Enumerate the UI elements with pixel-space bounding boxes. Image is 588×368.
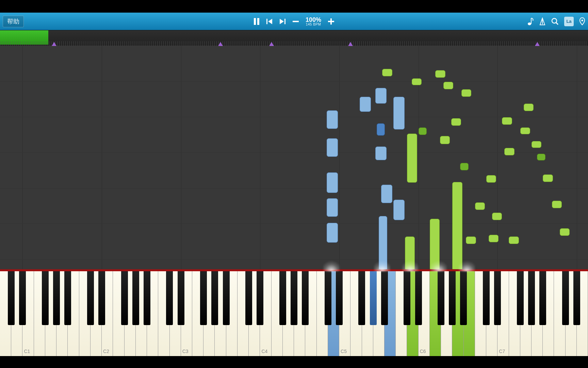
timeline-marker[interactable] [348, 42, 353, 46]
playback-controls: 100% 145 BPM [253, 17, 335, 26]
black-key[interactable] [53, 271, 60, 325]
note-fall-area [0, 46, 588, 270]
black-key[interactable] [528, 271, 535, 325]
black-key[interactable] [358, 271, 365, 325]
black-key[interactable] [336, 271, 343, 325]
falling-note [377, 123, 385, 136]
falling-note [560, 228, 570, 236]
key-label: C7 [499, 349, 505, 354]
note-icon[interactable] [527, 17, 534, 26]
prev-button[interactable] [266, 18, 273, 25]
black-key[interactable] [223, 271, 230, 325]
black-key[interactable] [8, 271, 15, 325]
black-key[interactable] [121, 271, 128, 325]
piano-keyboard[interactable]: C1C2C3C4C5C6C7 [0, 270, 588, 356]
bpm-label: 145 BPM [306, 23, 321, 26]
falling-note [520, 127, 530, 134]
black-key[interactable] [132, 271, 139, 325]
falling-note [360, 97, 371, 112]
black-key[interactable] [494, 271, 501, 325]
black-key[interactable] [404, 271, 410, 325]
falling-note [543, 174, 553, 182]
falling-note [532, 141, 542, 148]
toolbar: 帮助 100% 145 BPM [0, 13, 588, 30]
timeline-marker[interactable] [52, 42, 56, 46]
black-key[interactable] [438, 271, 444, 325]
svg-marker-4 [280, 19, 284, 24]
falling-note [327, 198, 338, 217]
falling-note [475, 202, 485, 210]
timeline-marker[interactable] [535, 42, 540, 46]
black-key[interactable] [279, 271, 286, 325]
black-key[interactable] [483, 271, 490, 325]
falling-note [443, 82, 454, 89]
black-keys [0, 271, 588, 325]
hit-spark [459, 258, 475, 271]
black-key[interactable] [370, 271, 377, 325]
timeline[interactable] [0, 30, 588, 46]
speed-display[interactable]: 100% 145 BPM [306, 17, 321, 26]
timeline-marker[interactable] [218, 42, 223, 46]
timeline-marker[interactable] [269, 42, 274, 46]
hit-spark [402, 258, 419, 271]
falling-note [327, 223, 338, 243]
falling-note [452, 182, 462, 271]
falling-note [393, 200, 405, 220]
falling-note [489, 235, 499, 242]
black-key[interactable] [257, 271, 263, 325]
falling-note [492, 213, 502, 220]
svg-rect-2 [266, 19, 267, 24]
black-key[interactable] [245, 271, 252, 325]
black-key[interactable] [325, 271, 331, 325]
black-key[interactable] [87, 271, 94, 325]
falling-note [552, 201, 562, 208]
black-key[interactable] [166, 271, 173, 325]
falling-note [327, 172, 338, 193]
svg-rect-5 [284, 19, 285, 24]
black-key[interactable] [200, 271, 207, 325]
black-key[interactable] [211, 271, 218, 325]
falling-note [502, 117, 512, 125]
marker-icon[interactable] [579, 17, 585, 26]
next-button[interactable] [279, 18, 286, 25]
speed-down-button[interactable] [292, 18, 299, 25]
falling-note [412, 78, 422, 85]
falling-note [375, 147, 387, 160]
black-key[interactable] [42, 271, 49, 325]
help-button[interactable]: 帮助 [3, 16, 24, 27]
black-key[interactable] [415, 271, 422, 325]
black-key[interactable] [539, 271, 546, 325]
black-key[interactable] [291, 271, 297, 325]
falling-note [382, 69, 392, 76]
black-key[interactable] [302, 271, 309, 325]
falling-note [327, 110, 338, 129]
svg-line-14 [556, 22, 558, 25]
falling-note [524, 104, 534, 111]
black-key[interactable] [449, 271, 456, 325]
falling-note [460, 163, 469, 170]
black-key[interactable] [178, 271, 184, 325]
black-key[interactable] [381, 271, 388, 325]
falling-note [461, 89, 472, 97]
black-key[interactable] [562, 271, 569, 325]
falling-note [504, 148, 514, 155]
falling-note [486, 175, 496, 183]
falling-note [509, 236, 519, 244]
speed-up-button[interactable] [327, 18, 335, 25]
black-key[interactable] [19, 271, 26, 325]
black-key[interactable] [517, 271, 524, 325]
key-label: C5 [341, 349, 347, 354]
key-label: C3 [182, 349, 189, 354]
pause-button[interactable] [253, 18, 260, 25]
black-key[interactable] [460, 271, 467, 325]
falling-note [440, 136, 450, 144]
labels-icon[interactable]: La [564, 17, 574, 26]
hit-spark [323, 258, 340, 271]
metronome-icon[interactable] [539, 17, 546, 26]
search-icon[interactable] [551, 18, 559, 25]
black-key[interactable] [64, 271, 71, 325]
black-key[interactable] [573, 271, 580, 325]
keyboard-felt [0, 270, 588, 271]
black-key[interactable] [144, 271, 150, 325]
black-key[interactable] [98, 271, 105, 325]
